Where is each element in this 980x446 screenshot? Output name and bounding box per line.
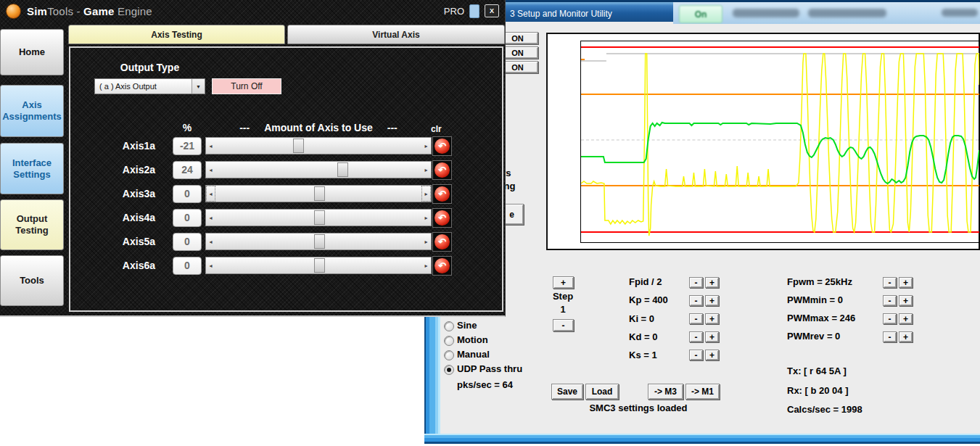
- slider-thumb[interactable]: [293, 139, 304, 153]
- ki-minus-button[interactable]: -: [689, 313, 703, 324]
- mode-label-motion[interactable]: Motion: [457, 334, 488, 345]
- column-header-clr: clr: [431, 124, 453, 134]
- mode-radio-udp-pass-thru[interactable]: [444, 365, 454, 375]
- save-button[interactable]: Save: [551, 384, 583, 400]
- tab-virtual-axis[interactable]: Virtual Axis: [287, 25, 505, 44]
- axis-slider[interactable]: ◂ ▸: [205, 233, 432, 250]
- kd-minus-button[interactable]: -: [689, 331, 703, 342]
- chevron-down-icon[interactable]: ▼: [192, 79, 205, 94]
- title-engine: Engine: [115, 5, 152, 17]
- mode-radio-sine[interactable]: [444, 321, 454, 331]
- slider-left-arrow-icon[interactable]: ◂: [206, 234, 215, 249]
- title-sim: Sim: [27, 5, 47, 17]
- mode-label-manual[interactable]: Manual: [457, 349, 490, 360]
- axis-slider[interactable]: ◂ ▸: [205, 185, 432, 202]
- sidebar-item-output-testing[interactable]: Output Testing: [0, 199, 64, 250]
- sidebar-item-tools[interactable]: Tools: [0, 255, 64, 306]
- mode-radio-motion[interactable]: [444, 336, 454, 346]
- slider-right-arrow-icon[interactable]: ▸: [421, 162, 431, 178]
- undo-arrow-icon: ↶: [435, 210, 450, 226]
- step-label: Step: [545, 291, 580, 302]
- undo-arrow-icon: ↶: [435, 139, 450, 154]
- slider-thumb[interactable]: [314, 210, 325, 225]
- mode-radio-manual[interactable]: [444, 350, 454, 360]
- slider-right-arrow-icon[interactable]: ▸: [421, 234, 431, 249]
- slider-left-arrow-icon[interactable]: ◂: [206, 186, 215, 202]
- param-pwmrev: PWMrev = 0: [787, 331, 840, 342]
- slider-right-arrow-icon[interactable]: ▸: [421, 138, 431, 154]
- fpwm-plus-button[interactable]: +: [899, 277, 913, 288]
- load-button[interactable]: Load: [585, 384, 619, 400]
- column-header-percent: %: [173, 122, 202, 133]
- blurred-text-bar: [808, 9, 886, 17]
- slider-left-arrow-icon[interactable]: ◂: [206, 257, 215, 273]
- axis-slider[interactable]: ◂ ▸: [205, 161, 432, 178]
- axis-row-label: Axis4a: [94, 208, 155, 227]
- kp-plus-button[interactable]: +: [705, 295, 719, 306]
- axis-value-box: 0: [173, 233, 202, 251]
- fpwm-minus-button[interactable]: -: [883, 277, 897, 288]
- sidebar-item-axis-assignments[interactable]: Axis Assignments: [0, 85, 64, 137]
- slider-left-arrow-icon[interactable]: ◂: [206, 162, 215, 178]
- sidebar-item-home[interactable]: Home: [0, 29, 64, 75]
- param-fpwm: Fpwm = 25kHz: [787, 276, 852, 287]
- step-plus-button[interactable]: +: [553, 276, 574, 289]
- pro-badge: PRO: [444, 6, 464, 17]
- tx-value: Tx: [ r 64 5A ]: [787, 366, 847, 376]
- axis-value-box: 0: [173, 185, 202, 203]
- pks-per-sec-value: pks/sec = 64: [457, 379, 513, 390]
- sidebar-item-interface-settings[interactable]: Interface Settings: [0, 143, 64, 194]
- undo-arrow-icon: ↶: [435, 258, 450, 273]
- param-kp: Kp = 400: [629, 294, 668, 305]
- axis-slider[interactable]: ◂ ▸: [205, 257, 432, 274]
- background-window-titlebar: On: [673, 2, 980, 24]
- header-amount-text: Amount of Axis to Use: [264, 122, 373, 133]
- ks-minus-button[interactable]: -: [689, 350, 703, 360]
- pwmmin-minus-button[interactable]: -: [883, 295, 897, 306]
- to-m1-button[interactable]: -> M1: [685, 384, 720, 400]
- pwmmin-plus-button[interactable]: +: [899, 295, 913, 306]
- axis-clear-button[interactable]: ↶: [432, 256, 452, 276]
- to-m3-button[interactable]: -> M3: [648, 384, 683, 400]
- output-type-select[interactable]: ( a ) Axis Output ▼: [94, 78, 205, 94]
- axis-row-label: Axis5a: [94, 232, 155, 251]
- axis-clear-button[interactable]: ↶: [432, 160, 452, 180]
- turn-off-button[interactable]: Turn Off: [212, 78, 281, 94]
- axis-value-box: 24: [173, 161, 202, 179]
- slider-left-arrow-icon[interactable]: ◂: [206, 138, 215, 154]
- slider-thumb[interactable]: [314, 258, 325, 273]
- axis-slider[interactable]: ◂ ▸: [205, 209, 432, 226]
- slider-right-arrow-icon[interactable]: ▸: [421, 210, 431, 226]
- scope-chart-svg: [581, 41, 979, 242]
- ks-plus-button[interactable]: +: [705, 350, 719, 360]
- kp-minus-button[interactable]: -: [689, 295, 703, 306]
- fpid-plus-button[interactable]: +: [705, 277, 719, 288]
- axis-clear-button[interactable]: ↶: [432, 232, 452, 252]
- axis-value-box: 0: [173, 257, 202, 275]
- mode-label-udp-pass-thru[interactable]: UDP Pass thru: [457, 363, 522, 374]
- background-on-button[interactable]: On: [679, 5, 722, 23]
- simtools-titlebar[interactable]: SimTools - Game Engine PRO X: [0, 0, 505, 22]
- axis-clear-button[interactable]: ↶: [432, 184, 452, 204]
- slider-right-arrow-icon[interactable]: ▸: [421, 257, 431, 273]
- pwmmax-minus-button[interactable]: -: [883, 313, 897, 324]
- mode-label-sine[interactable]: Sine: [457, 320, 477, 331]
- axis-clear-button[interactable]: ↶: [432, 208, 452, 228]
- simtools-window-title: SimTools - Game Engine: [27, 5, 152, 17]
- pwmrev-plus-button[interactable]: +: [899, 331, 913, 342]
- axis-clear-button[interactable]: ↶: [432, 136, 452, 156]
- slider-left-arrow-icon[interactable]: ◂: [206, 210, 215, 226]
- kd-plus-button[interactable]: +: [705, 331, 719, 342]
- pwmrev-minus-button[interactable]: -: [883, 331, 897, 342]
- close-icon[interactable]: X: [485, 4, 499, 17]
- tab-axis-testing[interactable]: Axis Testing: [68, 25, 285, 44]
- step-minus-button[interactable]: -: [553, 319, 574, 331]
- slider-right-arrow-icon[interactable]: ▸: [421, 186, 431, 202]
- ki-plus-button[interactable]: +: [705, 313, 719, 324]
- fpid-minus-button[interactable]: -: [689, 277, 703, 288]
- pwmmax-plus-button[interactable]: +: [899, 313, 913, 324]
- slider-thumb[interactable]: [314, 186, 325, 201]
- axis-slider[interactable]: ◂ ▸: [205, 137, 432, 154]
- slider-thumb[interactable]: [337, 162, 348, 177]
- slider-thumb[interactable]: [314, 234, 325, 249]
